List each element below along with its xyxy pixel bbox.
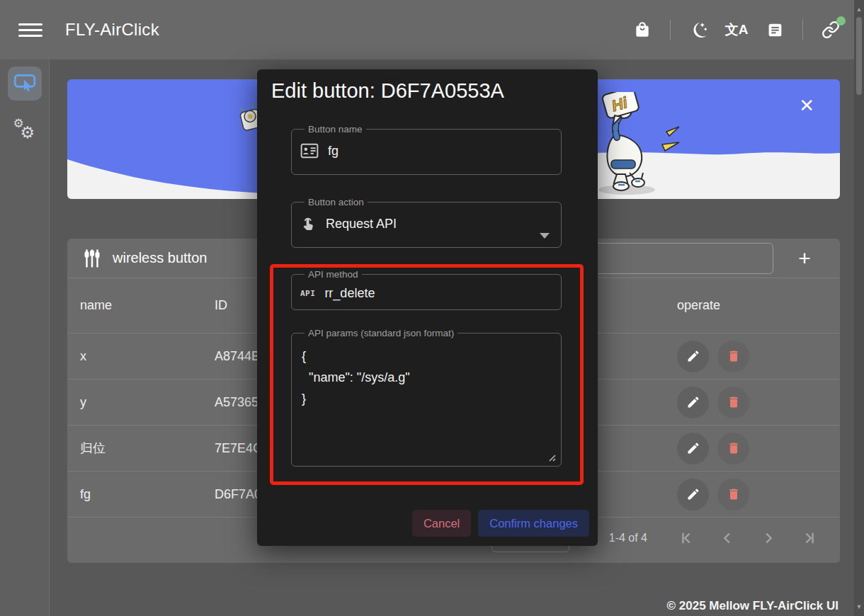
edit-button[interactable] [677, 433, 709, 464]
header-divider [670, 20, 671, 40]
prev-page-button[interactable] [712, 523, 742, 553]
button-action-select[interactable]: Button action Request API [291, 197, 562, 248]
api-method-label: API method [305, 269, 362, 280]
api-method-field[interactable]: API method API rr_delete [291, 269, 562, 310]
menu-icon[interactable] [18, 18, 42, 42]
api-method-value: rr_delete [324, 286, 375, 301]
api-params-field[interactable]: API params (standard json format) { "nam… [291, 328, 562, 467]
chevron-right-icon [761, 530, 776, 546]
trash-icon [727, 395, 741, 409]
app-root: FLY-AirClick 文A [0, 0, 864, 616]
sidebar: ⚙ ⚙ [0, 59, 50, 616]
last-page-icon [802, 530, 817, 546]
notes-document-icon[interactable] [764, 19, 785, 40]
delete-button[interactable] [717, 387, 749, 418]
app-title: FLY-AirClick [65, 20, 159, 40]
api-params-label: API params (standard json format) [305, 328, 457, 338]
row-name: fg [80, 487, 215, 502]
delete-button[interactable] [717, 433, 749, 464]
row-name: x [80, 349, 215, 364]
confirm-changes-button[interactable]: Confirm changes [478, 510, 589, 537]
api-params-value[interactable]: { "name": "/sys/a.g" } [300, 343, 552, 412]
pagination-range: 1-4 of 4 [609, 532, 647, 544]
scroll-up-icon[interactable]: ▲ [854, 6, 864, 13]
first-page-icon [678, 530, 694, 546]
edit-button[interactable] [677, 479, 709, 511]
pencil-icon [686, 441, 700, 455]
scroll-down-icon[interactable]: ▼ [854, 603, 864, 610]
row-name: 归位 [80, 440, 215, 457]
chevron-down-icon [540, 233, 550, 239]
cancel-button[interactable]: Cancel [412, 510, 471, 537]
sidebar-item-settings[interactable]: ⚙ ⚙ [8, 113, 42, 147]
button-name-label: Button name [305, 124, 366, 135]
edit-button-dialog: Edit button: D6F7A0553A Button name fg B… [257, 69, 598, 546]
robot-hi: Hi [593, 92, 699, 198]
pencil-icon [686, 395, 700, 409]
scrollbar[interactable]: ▲ ▼ [854, 0, 864, 616]
sliders-icon [81, 248, 103, 269]
dialog-title: Edit button: D6F7A0553A [271, 79, 504, 103]
app-header: FLY-AirClick 文A [0, 0, 864, 59]
add-button[interactable]: + [790, 244, 819, 273]
header-actions: 文A [632, 0, 841, 59]
header-divider [802, 20, 803, 40]
resize-handle-icon[interactable] [547, 453, 556, 462]
badge-icon [300, 143, 319, 159]
sidebar-item-remote-click[interactable] [8, 67, 42, 101]
col-operate: operate [660, 298, 827, 313]
scrollbar-thumb[interactable] [856, 17, 862, 95]
pencil-icon [686, 487, 700, 501]
trash-icon [727, 441, 741, 455]
col-name: name [80, 298, 215, 313]
row-name: y [80, 395, 215, 410]
pencil-icon [686, 349, 700, 363]
button-name-field[interactable]: Button name fg [291, 124, 562, 175]
delete-button[interactable] [717, 479, 749, 511]
translate-icon[interactable]: 文A [726, 19, 747, 40]
remote-click-icon [13, 72, 37, 95]
footer-copyright: © 2025 Mellow FLY-AirClick UI [667, 599, 839, 613]
trash-icon [727, 349, 741, 363]
button-name-value: fg [328, 144, 339, 159]
dark-mode-moon-icon[interactable] [688, 19, 709, 40]
edit-button[interactable] [677, 341, 709, 372]
shopping-bag-icon[interactable] [632, 19, 653, 40]
close-icon[interactable]: ✕ [799, 96, 814, 115]
trash-icon [727, 487, 741, 501]
chevron-left-icon [720, 530, 735, 546]
button-action-label: Button action [305, 197, 368, 207]
delete-button[interactable] [717, 341, 749, 372]
card-title: wireless button [113, 250, 207, 266]
next-page-button[interactable] [754, 523, 783, 553]
settings-gears-icon: ⚙ ⚙ [11, 116, 39, 144]
connection-status-dot [836, 16, 846, 25]
touch-app-icon [300, 216, 317, 232]
first-page-button[interactable] [671, 523, 701, 553]
dialog-actions: Cancel Confirm changes [412, 510, 589, 537]
edit-button[interactable] [677, 387, 709, 418]
button-action-value: Request API [326, 217, 397, 232]
link-icon[interactable] [820, 19, 841, 40]
api-icon: API [300, 289, 315, 298]
last-page-button[interactable] [795, 523, 824, 553]
